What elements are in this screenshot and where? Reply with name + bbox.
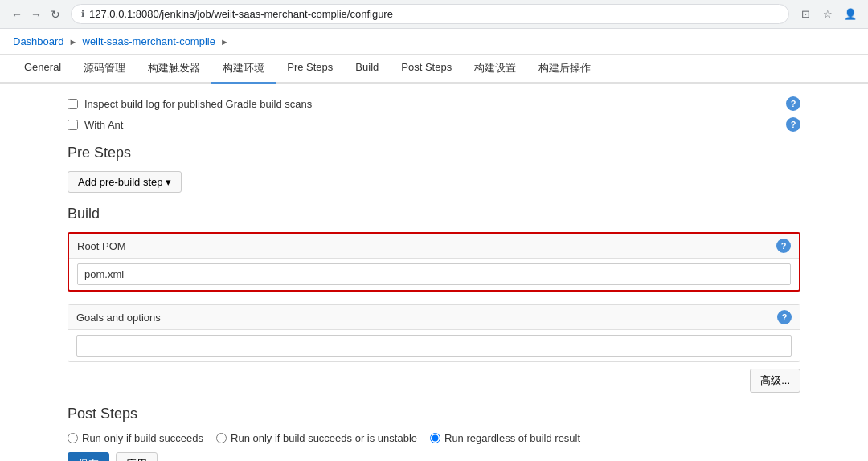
tab-triggers[interactable]: 构建触发器 xyxy=(137,55,211,84)
nav-buttons: ← → ↻ xyxy=(10,7,63,22)
with-ant-help-icon[interactable]: ? xyxy=(786,117,800,132)
goals-help-icon[interactable]: ? xyxy=(777,310,792,324)
radio-always[interactable]: Run regardless of build result xyxy=(430,432,580,444)
build-section: Root POM ? Goals and options ? 高级 xyxy=(68,232,800,393)
tab-pre-steps[interactable]: Pre Steps xyxy=(276,55,344,84)
gradle-scan-row: Inspect build log for published Gradle b… xyxy=(68,96,800,111)
goals-options-field-group: Goals and options ? xyxy=(68,304,800,362)
gradle-scan-checkbox[interactable] xyxy=(68,99,78,109)
post-steps-title: Post Steps xyxy=(68,406,800,422)
browser-chrome: ← → ↻ ℹ 127.0.0.1:8080/jenkins/job/weiit… xyxy=(0,0,868,29)
with-ant-checkbox[interactable] xyxy=(68,120,78,130)
root-pom-field-group: Root POM ? xyxy=(68,232,800,292)
tab-build-settings[interactable]: 构建设置 xyxy=(463,55,527,84)
address-bar[interactable]: ℹ 127.0.0.1:8080/jenkins/job/weiit-saas-… xyxy=(71,4,789,24)
action-buttons: 保存 应用 for successful builds, etc. xyxy=(68,452,800,461)
radio-always-input[interactable] xyxy=(430,433,440,443)
goals-label: Goals and options xyxy=(76,312,161,324)
pre-steps-section: Add pre-build step ▾ xyxy=(68,171,800,193)
radio-unstable-label: Run only if build succeeds or is unstabl… xyxy=(231,432,417,444)
root-pom-input[interactable] xyxy=(77,263,791,285)
breadcrumb-sep-1: ► xyxy=(69,37,78,47)
goals-label-row: Goals and options ? xyxy=(68,305,800,330)
radio-unstable[interactable]: Run only if build succeeds or is unstabl… xyxy=(216,432,417,444)
radio-success-input[interactable] xyxy=(68,433,78,443)
lock-icon: ℹ xyxy=(81,9,84,19)
root-pom-help-icon[interactable]: ? xyxy=(776,239,791,253)
post-steps-section: Run only if build succeeds Run only if b… xyxy=(68,432,800,461)
tab-build-env[interactable]: 构建环境 xyxy=(211,55,276,84)
save-button[interactable]: 保存 xyxy=(68,452,109,461)
tab-build[interactable]: Build xyxy=(344,55,390,84)
tab-general[interactable]: General xyxy=(13,55,72,84)
with-ant-row: With Ant ? xyxy=(68,117,800,132)
radio-group: Run only if build succeeds Run only if b… xyxy=(68,432,800,444)
tab-source[interactable]: 源码管理 xyxy=(72,55,137,84)
breadcrumb-job[interactable]: weiit-saas-merchant-complie xyxy=(83,35,215,47)
root-pom-label: Root POM xyxy=(77,240,126,252)
breadcrumb-sep-2: ► xyxy=(220,37,229,47)
apply-button[interactable]: 应用 xyxy=(116,452,158,461)
pre-steps-title: Pre Steps xyxy=(68,145,800,161)
radio-success[interactable]: Run only if build succeeds xyxy=(68,432,203,444)
breadcrumb-dashboard[interactable]: Dashboard xyxy=(13,35,64,47)
forward-button[interactable]: → xyxy=(29,7,43,22)
tab-post-steps[interactable]: Post Steps xyxy=(390,55,463,84)
main-content: Inspect build log for published Gradle b… xyxy=(48,84,820,461)
back-button[interactable]: ← xyxy=(10,7,24,22)
goals-input[interactable] xyxy=(76,335,792,357)
gradle-scan-help-icon[interactable]: ? xyxy=(786,96,800,111)
profile-button[interactable]: 👤 xyxy=(842,6,858,22)
refresh-button[interactable]: ↻ xyxy=(48,7,63,22)
tab-post-build[interactable]: 构建后操作 xyxy=(527,55,602,84)
bookmark-button[interactable]: ☆ xyxy=(820,6,836,22)
gradle-scan-label[interactable]: Inspect build log for published Gradle b… xyxy=(84,98,312,110)
tabs-container: General 源码管理 构建触发器 构建环境 Pre Steps Build … xyxy=(0,55,868,84)
goals-input-row xyxy=(68,330,800,361)
advanced-row: 高级... xyxy=(68,369,800,393)
jenkins-page: Dashboard ► weiit-saas-merchant-complie … xyxy=(0,29,868,461)
root-pom-input-row xyxy=(69,259,799,290)
radio-unstable-input[interactable] xyxy=(216,433,227,443)
breadcrumb: Dashboard ► weiit-saas-merchant-complie … xyxy=(0,29,868,55)
radio-success-label: Run only if build succeeds xyxy=(82,432,203,444)
add-pre-build-step-button[interactable]: Add pre-build step ▾ xyxy=(68,171,182,193)
browser-actions: ⊡ ☆ 👤 xyxy=(797,6,858,22)
cast-button[interactable]: ⊡ xyxy=(797,6,813,22)
advanced-button[interactable]: 高级... xyxy=(750,369,800,393)
radio-always-label: Run regardless of build result xyxy=(444,432,580,444)
root-pom-label-row: Root POM ? xyxy=(69,234,799,259)
url-text: 127.0.0.1:8080/jenkins/job/weiit-saas-me… xyxy=(89,8,393,20)
build-title: Build xyxy=(68,206,800,222)
with-ant-label[interactable]: With Ant xyxy=(84,119,123,131)
